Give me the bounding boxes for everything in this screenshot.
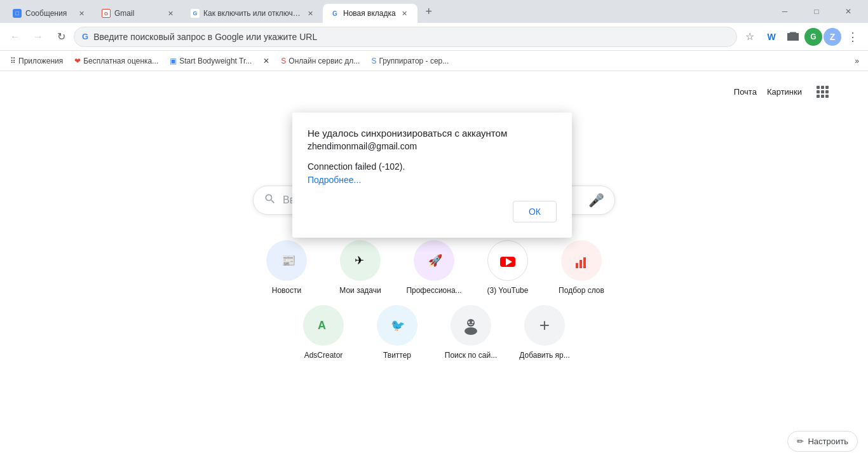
tab-newtab-label: Новая вкладка — [343, 9, 396, 18]
gmail-favicon: G — [102, 9, 111, 18]
refresh-button[interactable]: ↻ — [51, 27, 71, 47]
bookmark-online-label: Онлайн сервис дл... — [288, 57, 360, 65]
browser-frame: □ Сообщения ✕ G Gmail ✕ G Как включить и… — [0, 0, 868, 462]
forward-button[interactable]: → — [28, 27, 48, 47]
minimize-button[interactable]: ─ — [770, 0, 799, 23]
bodyweight-icon: ▣ — [170, 57, 177, 65]
window-controls: ─ □ ✕ — [770, 0, 863, 23]
tab-newtab[interactable]: G Новая вкладка ✕ — [323, 4, 417, 23]
bookmark-bodyweight[interactable]: ▣ Start Bodyweight Tr... — [165, 54, 257, 68]
bookmark-close-tab[interactable]: ✕ — [258, 54, 275, 68]
dialog-details-link[interactable]: Подробнее... — [308, 175, 361, 185]
tab-gmail-close[interactable]: ✕ — [165, 8, 175, 18]
bookmark-rating-label: Бесплатная оценка... — [83, 57, 158, 65]
close-button[interactable]: ✕ — [834, 0, 863, 23]
bookmark-bodyweight-label: Start Bodyweight Tr... — [179, 57, 252, 65]
star-button[interactable]: ☆ — [740, 27, 760, 47]
profile-button[interactable]: Z — [824, 28, 841, 46]
dialog-error: Connection failed (-102). — [308, 161, 557, 172]
close-tab-icon: ✕ — [263, 57, 269, 65]
messages-favicon: □ — [13, 9, 22, 18]
tab-gmail[interactable]: G Gmail ✕ — [94, 4, 183, 23]
newtab-favicon: G — [330, 9, 339, 18]
translate-icon-btn[interactable]: G — [804, 28, 822, 46]
tab-messages-label: Сообщения — [25, 9, 72, 18]
title-bar: □ Сообщения ✕ G Gmail ✕ G Как включить и… — [0, 0, 868, 23]
new-tab-button[interactable]: + — [420, 3, 438, 20]
tab-newtab-close[interactable]: ✕ — [400, 8, 410, 18]
address-g-icon: G — [82, 32, 88, 41]
toolbar-actions: ☆ W G Z ⋮ — [740, 27, 863, 47]
tab-gmail-label: Gmail — [114, 9, 161, 18]
bookmark-apps-label: Приложения — [18, 57, 63, 65]
bookmark-apps[interactable]: ⠿ Приложения — [5, 54, 68, 68]
dialog-actions: ОК — [308, 201, 557, 222]
menu-button[interactable]: ⋮ — [843, 27, 863, 47]
maximize-button[interactable]: □ — [802, 0, 831, 23]
online-service-icon: S — [281, 57, 286, 65]
rating-icon: ❤ — [74, 57, 81, 65]
dialog-ok-button[interactable]: ОК — [513, 201, 557, 222]
groupirator-icon: S — [371, 57, 376, 65]
howto-favicon: G — [191, 9, 200, 18]
dialog-title: Не удалось синхронизироваться с аккаунто… — [308, 128, 557, 139]
camera-button[interactable] — [783, 27, 803, 47]
address-text: Введите поисковый запрос в Google или ук… — [93, 32, 729, 42]
bookmark-rating[interactable]: ❤ Бесплатная оценка... — [69, 54, 163, 68]
back-button[interactable]: ← — [5, 27, 25, 47]
sync-error-dialog: Не удалось синхронизироваться с аккаунто… — [292, 112, 572, 238]
address-bar[interactable]: G Введите поисковый запрос в Google или … — [74, 27, 737, 47]
bookmark-groupirator-label: Группиратор - сер... — [379, 57, 449, 65]
toolbar: ← → ↻ G Введите поисковый запрос в Googl… — [0, 23, 868, 51]
dialog-email: zhendimonmail@gmail.com — [308, 141, 557, 151]
bookmarks-bar: ⠿ Приложения ❤ Бесплатная оценка... ▣ St… — [0, 51, 868, 71]
tab-howto-label: Как включить или отключить с... — [203, 9, 301, 18]
bookmark-online-service[interactable]: S Онлайн сервис дл... — [276, 54, 365, 68]
bookmark-overflow-btn[interactable]: » — [851, 54, 863, 68]
tab-howto-close[interactable]: ✕ — [305, 8, 315, 18]
bookmark-groupirator[interactable]: S Группиратор - сер... — [366, 54, 454, 68]
page-content: Почта Картинки Google Введите п — [0, 71, 868, 462]
tab-messages[interactable]: □ Сообщения ✕ — [5, 4, 94, 23]
apps-dots-icon: ⠿ — [10, 57, 16, 65]
tab-messages-close[interactable]: ✕ — [76, 8, 86, 18]
tab-howto[interactable]: G Как включить или отключить с... ✕ — [183, 4, 323, 23]
extensions-w-button[interactable]: W — [761, 27, 782, 47]
dialog-overlay: Не удалось синхронизироваться с аккаунто… — [0, 71, 868, 462]
